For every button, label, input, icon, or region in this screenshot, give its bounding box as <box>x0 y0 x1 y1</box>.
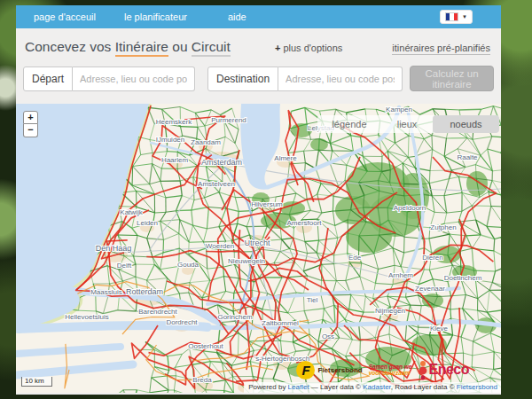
map-city-label: Zevenaar <box>415 285 445 293</box>
map-city-label: Oosterhout <box>188 342 223 350</box>
route-form: Départ Destination Calculez un itinérair… <box>16 59 501 100</box>
map-city-label: Gouda <box>177 261 200 269</box>
map-attribution: Powered by Leaflet — Layer data © Kadast… <box>244 382 501 393</box>
map-city-label: Kleve <box>430 325 449 332</box>
nav-item-home[interactable]: page d'acceuil <box>34 12 96 22</box>
map-city-label: Zaltbommel <box>262 319 299 327</box>
attr-prefix: Powered by <box>248 383 287 391</box>
page-title: Concevez vos Itinéraire ou Circuit <box>25 39 231 55</box>
map-city-label: Amersfoort <box>286 219 322 227</box>
planner-header: Concevez vos Itinéraire ou Circuit + plu… <box>16 34 501 59</box>
attr-sep1: — Layer data © <box>309 383 364 391</box>
zoom-out-button[interactable]: − <box>23 124 38 137</box>
map-city-label: Hellevoetsluis <box>65 313 108 321</box>
map-city-label: Tiel <box>307 296 318 304</box>
map-scale-bar: 10 km <box>21 377 52 387</box>
nav-item-help[interactable]: aide <box>228 12 246 22</box>
title-option-circuit[interactable]: Circuit <box>192 39 231 57</box>
map-zoom-control: + − <box>23 111 38 137</box>
slogan-line2: voor duurzaam <box>369 370 412 376</box>
more-options-link[interactable]: + plus d'options <box>275 43 342 53</box>
depart-input[interactable] <box>73 66 195 91</box>
map-city-label: Hilversum <box>251 200 283 208</box>
destination-input[interactable] <box>278 66 403 91</box>
fietsersbond-wordmark: Fietsersbond <box>317 366 362 374</box>
preplanned-routes-link[interactable]: itinéraires pré-planifiés <box>392 43 490 55</box>
map-city-label: Haarlem <box>161 156 189 164</box>
map-layer-buttons: légende lieux noeuds <box>317 115 499 133</box>
map-city-label: Amsterdam <box>201 158 242 167</box>
map-city-label: Dieren <box>422 254 443 262</box>
map-city-label: Katwijk <box>120 208 143 216</box>
zoom-in-button[interactable]: + <box>23 111 38 124</box>
map-city-label: Doetinchem <box>444 274 482 282</box>
map-city-label: Oss <box>322 332 334 340</box>
planner-panel: Concevez vos Itinéraire ou Circuit + plu… <box>16 28 501 395</box>
french-flag-icon <box>445 12 458 21</box>
map-city-label: Nijmegen <box>375 307 405 315</box>
map-city-label: Gorinchem <box>217 313 252 321</box>
map-city-label: Dordrecht <box>166 318 198 326</box>
title-prefix: Concevez vos <box>25 39 111 54</box>
fietsersbond-f-icon: F <box>296 361 315 379</box>
fietsersbond-logo: F Fietsersbond <box>296 361 362 379</box>
kadaster-link[interactable]: Kadaster <box>363 383 391 391</box>
map-city-label: Heemskerk <box>156 118 192 126</box>
map-city-label: Almere <box>274 154 297 162</box>
leaflet-link[interactable]: Leaflet <box>288 383 309 391</box>
map-container: KampenPurmerendHeemskerkLelystadIJmuiden… <box>16 104 501 393</box>
app-window: page d'acceuil le planificateur aide ▼ C… <box>16 5 501 395</box>
layer-button-lieux[interactable]: lieux <box>381 115 433 133</box>
map-city-label: Nieuwegein <box>228 257 265 265</box>
title-conjunction: ou <box>172 39 187 54</box>
sponsor-logos: F Fietsersbond Samen gaan we voor duurza… <box>296 359 469 380</box>
eneco-slogan: Samen gaan we voor duurzaam <box>369 364 412 376</box>
map-city-label: Zaandam <box>191 138 221 146</box>
eneco-logo: Eneco <box>418 359 469 380</box>
map-city-label: Amstelveen <box>198 180 235 188</box>
layer-button-noeuds[interactable]: noeuds <box>433 115 499 133</box>
map-city-label: Apeldoorn <box>394 204 426 212</box>
map-city-label: Purmerend <box>211 116 246 124</box>
layer-button-legende[interactable]: légende <box>317 115 381 133</box>
map-city-label: Kampen <box>386 106 412 113</box>
map-city-label: Den Haag <box>96 244 132 253</box>
top-navbar: page d'acceuil le planificateur aide ▼ <box>16 5 501 28</box>
calculate-route-button[interactable]: Calculez un itinéraire <box>410 66 494 91</box>
map-city-label: Maassluis <box>90 288 122 296</box>
map-city-label: Rotterdam <box>126 287 163 296</box>
map-city-label: Breda <box>192 376 212 384</box>
slogan-line1: Samen gaan we <box>369 364 412 370</box>
map-city-label: Leiden <box>137 219 158 227</box>
map-city-label: Utrecht <box>244 239 270 247</box>
map-canvas[interactable]: KampenPurmerendHeemskerkLelystadIJmuiden… <box>16 104 501 393</box>
chevron-down-icon: ▼ <box>462 14 467 20</box>
language-dropdown[interactable]: ▼ <box>440 10 473 24</box>
title-option-itineraire[interactable]: Itinéraire <box>115 39 168 57</box>
fietsersbond-link[interactable]: Fietsersbond <box>457 383 497 391</box>
map-city-label: Woerden <box>206 242 234 250</box>
map-city-label: Raalte <box>457 153 478 161</box>
map-city-label: Arnhem <box>388 271 413 279</box>
destination-label: Destination <box>207 66 278 91</box>
attr-sep2: , Road Layer data © <box>391 383 457 391</box>
map-city-label: Zutphen <box>430 223 456 231</box>
map-city-label: Ede <box>348 254 362 262</box>
eneco-wordmark: Eneco <box>428 362 469 378</box>
depart-label: Départ <box>23 66 73 91</box>
nav-item-planner[interactable]: le planificateur <box>124 12 187 22</box>
map-city-label: Barendrecht <box>138 308 177 316</box>
map-city-label: IJmuiden <box>156 136 184 144</box>
map-city-label: Delft <box>117 262 132 270</box>
eneco-dots-icon <box>418 359 428 380</box>
more-options-label: plus d'options <box>280 43 342 53</box>
